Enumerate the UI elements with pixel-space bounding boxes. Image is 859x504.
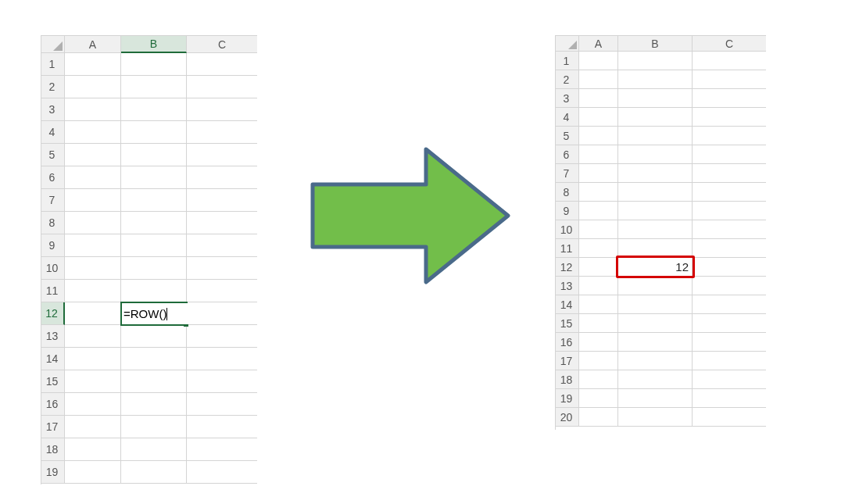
cell-B9[interactable] bbox=[121, 234, 187, 257]
cell-B14[interactable] bbox=[121, 348, 187, 370]
cell-B20[interactable] bbox=[618, 408, 693, 427]
cell-A1[interactable] bbox=[65, 53, 121, 76]
cell-B17[interactable] bbox=[618, 352, 693, 370]
cell-B16[interactable] bbox=[121, 393, 187, 416]
cell-A11[interactable] bbox=[579, 239, 618, 258]
cell-B13[interactable] bbox=[618, 277, 693, 295]
cell-A17[interactable] bbox=[579, 352, 618, 370]
row-header-19[interactable]: 19 bbox=[41, 461, 65, 484]
row-header-18[interactable]: 18 bbox=[556, 370, 579, 389]
cell-B8[interactable] bbox=[121, 212, 187, 234]
row-header-7[interactable]: 7 bbox=[41, 189, 65, 212]
cell-B6[interactable] bbox=[121, 166, 187, 189]
row-header-4[interactable]: 4 bbox=[41, 121, 65, 144]
cell-C9[interactable] bbox=[187, 234, 257, 257]
cell-C6[interactable] bbox=[187, 166, 257, 189]
column-header-c[interactable]: C bbox=[187, 36, 257, 53]
cell-C6[interactable] bbox=[693, 145, 766, 164]
cell-C13[interactable] bbox=[693, 277, 766, 295]
cell-C15[interactable] bbox=[187, 370, 257, 393]
row-header-11[interactable]: 11 bbox=[556, 239, 579, 258]
row-header-13[interactable]: 13 bbox=[41, 325, 65, 348]
cell-A8[interactable] bbox=[65, 212, 121, 234]
cell-C2[interactable] bbox=[693, 70, 766, 89]
cell-C3[interactable] bbox=[693, 89, 766, 108]
row-header-14[interactable]: 14 bbox=[556, 295, 579, 314]
row-header-3[interactable]: 3 bbox=[556, 89, 579, 108]
cell-C14[interactable] bbox=[187, 348, 257, 370]
cell-C16[interactable] bbox=[693, 333, 766, 352]
cell-B3[interactable] bbox=[618, 89, 693, 108]
cell-B4[interactable] bbox=[618, 108, 693, 127]
cell-B1[interactable] bbox=[618, 52, 693, 70]
cell-A4[interactable] bbox=[65, 121, 121, 144]
cell-B11[interactable] bbox=[618, 239, 693, 258]
row-header-16[interactable]: 16 bbox=[556, 333, 579, 352]
cell-B14[interactable] bbox=[618, 295, 693, 314]
row-header-20[interactable]: 20 bbox=[556, 408, 579, 427]
column-header-b[interactable]: B bbox=[121, 36, 187, 53]
cell-A2[interactable] bbox=[65, 76, 121, 98]
cell-A16[interactable] bbox=[65, 393, 121, 416]
cell-A1[interactable] bbox=[579, 52, 618, 70]
column-header-a[interactable]: A bbox=[579, 36, 618, 52]
cell-C18[interactable] bbox=[187, 438, 257, 461]
row-header-10[interactable]: 10 bbox=[556, 220, 579, 239]
cell-C16[interactable] bbox=[187, 393, 257, 416]
cell-C12[interactable] bbox=[187, 302, 257, 325]
cell-C14[interactable] bbox=[693, 295, 766, 314]
cell-C18[interactable] bbox=[693, 370, 766, 389]
cell-A15[interactable] bbox=[65, 370, 121, 393]
cell-A9[interactable] bbox=[65, 234, 121, 257]
cell-B2[interactable] bbox=[618, 70, 693, 89]
cell-A6[interactable] bbox=[65, 166, 121, 189]
cell-A19[interactable] bbox=[65, 461, 121, 484]
column-header-b[interactable]: B bbox=[618, 36, 693, 52]
cell-C4[interactable] bbox=[187, 121, 257, 144]
cell-B19[interactable] bbox=[121, 461, 187, 484]
row-header-16[interactable]: 16 bbox=[41, 393, 65, 416]
row-header-1[interactable]: 1 bbox=[41, 53, 65, 76]
row-header-6[interactable]: 6 bbox=[556, 145, 579, 164]
cell-B6[interactable] bbox=[618, 145, 693, 164]
cell-C5[interactable] bbox=[693, 127, 766, 145]
cell-A7[interactable] bbox=[65, 189, 121, 212]
cell-A19[interactable] bbox=[579, 389, 618, 408]
cell-C11[interactable] bbox=[187, 280, 257, 302]
cell-A14[interactable] bbox=[65, 348, 121, 370]
cell-C4[interactable] bbox=[693, 108, 766, 127]
cell-C10[interactable] bbox=[187, 257, 257, 280]
cell-A5[interactable] bbox=[65, 144, 121, 166]
cell-B17[interactable] bbox=[121, 416, 187, 438]
row-header-9[interactable]: 9 bbox=[556, 202, 579, 220]
row-header-2[interactable]: 2 bbox=[556, 70, 579, 89]
cell-B2[interactable] bbox=[121, 76, 187, 98]
cell-A12[interactable] bbox=[65, 302, 121, 325]
cell-B7[interactable] bbox=[121, 189, 187, 212]
row-header-17[interactable]: 17 bbox=[41, 416, 65, 438]
row-header-8[interactable]: 8 bbox=[556, 183, 579, 202]
row-header-12[interactable]: 12 bbox=[41, 302, 65, 325]
column-header-a[interactable]: A bbox=[65, 36, 121, 53]
cell-C20[interactable] bbox=[693, 408, 766, 427]
cell-C1[interactable] bbox=[693, 52, 766, 70]
cell-A16[interactable] bbox=[579, 333, 618, 352]
cell-C19[interactable] bbox=[693, 389, 766, 408]
cell-A18[interactable] bbox=[579, 370, 618, 389]
cell-C7[interactable] bbox=[693, 164, 766, 183]
cell-A3[interactable] bbox=[65, 98, 121, 121]
cell-A9[interactable] bbox=[579, 202, 618, 220]
row-header-4[interactable]: 4 bbox=[556, 108, 579, 127]
row-header-19[interactable]: 19 bbox=[556, 389, 579, 408]
cell-B10[interactable] bbox=[121, 257, 187, 280]
cell-C3[interactable] bbox=[187, 98, 257, 121]
row-header-8[interactable]: 8 bbox=[41, 212, 65, 234]
row-header-2[interactable]: 2 bbox=[41, 76, 65, 98]
cell-B12[interactable]: 12 bbox=[618, 258, 693, 277]
cell-A13[interactable] bbox=[65, 325, 121, 348]
row-header-10[interactable]: 10 bbox=[41, 257, 65, 280]
cell-A18[interactable] bbox=[65, 438, 121, 461]
cell-C10[interactable] bbox=[693, 220, 766, 239]
row-header-17[interactable]: 17 bbox=[556, 352, 579, 370]
cell-C1[interactable] bbox=[187, 53, 257, 76]
